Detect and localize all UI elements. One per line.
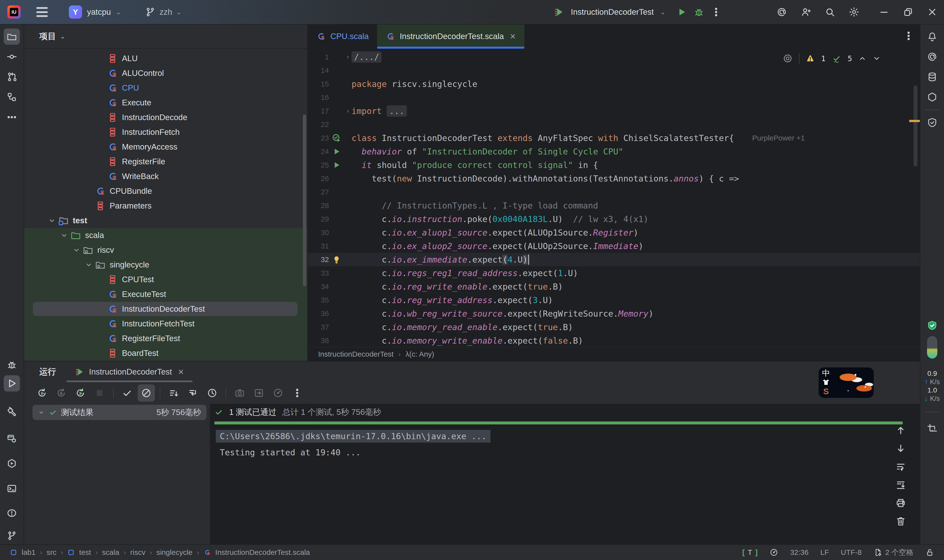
tool-stripe-ai-assistant[interactable] bbox=[924, 49, 940, 65]
tool-stripe-profiler[interactable] bbox=[4, 455, 20, 472]
status-shield-badge[interactable] bbox=[924, 317, 940, 334]
run-configuration[interactable]: InstructionDecoderTest bbox=[571, 8, 654, 17]
line-separator[interactable]: LF bbox=[821, 548, 829, 557]
warning-stripe-mark[interactable] bbox=[909, 120, 920, 122]
tool-stripe-terminal[interactable] bbox=[4, 480, 20, 497]
tool-stripe-notifications[interactable] bbox=[924, 29, 940, 45]
rerun-auto-button[interactable] bbox=[72, 385, 89, 402]
code-line-14[interactable]: 14 bbox=[308, 64, 920, 77]
console-line[interactable]: C:\Users\26586\.jdks\temurin-17.0.16\bin… bbox=[216, 430, 491, 443]
expand-collapse-button[interactable] bbox=[184, 385, 202, 402]
project-scrollbar[interactable] bbox=[303, 114, 306, 286]
tool-stripe-project-folder[interactable] bbox=[4, 29, 20, 45]
tool-stripe-run[interactable] bbox=[4, 375, 20, 391]
prev-chevron-icon[interactable] bbox=[858, 54, 866, 62]
rerun-button[interactable] bbox=[34, 385, 51, 402]
file-encoding[interactable]: UTF-8 bbox=[841, 548, 862, 557]
ime-mode[interactable]: 中 bbox=[822, 369, 830, 377]
tool-stripe-more-tools[interactable] bbox=[4, 109, 20, 125]
tree-item-MemoryAccess[interactable]: MemoryAccess bbox=[24, 140, 307, 154]
code-line-29[interactable]: 29 c.io.instruction.poke(0x0040A183L.U) … bbox=[308, 212, 920, 226]
code-line-26[interactable]: 26 test(new InstructionDecode).withAnnot… bbox=[308, 172, 920, 185]
status-crumb-singlecycle[interactable]: singlecycle bbox=[156, 548, 193, 557]
code-author-annotation[interactable]: PurplePower +1 bbox=[750, 134, 805, 142]
main-menu-button[interactable] bbox=[36, 7, 48, 17]
project-widget[interactable]: Y yatcpu ⌄ bbox=[69, 5, 121, 18]
settings-button[interactable] bbox=[848, 7, 859, 17]
code-line-28[interactable]: 28 // InstructionTypes.L , I-type load c… bbox=[308, 199, 920, 212]
memory-pill-widget[interactable] bbox=[927, 336, 937, 358]
caret-position[interactable]: 32:36 bbox=[790, 548, 808, 557]
tree-item-riscv[interactable]: riscv bbox=[24, 243, 307, 257]
debug-button[interactable] bbox=[694, 7, 704, 17]
import-results-button[interactable] bbox=[250, 385, 267, 402]
tree-item-RegisterFile[interactable]: RegisterFile bbox=[24, 154, 307, 169]
tree-item-InstructionDecode[interactable]: InstructionDecode bbox=[24, 110, 307, 125]
code-line-23[interactable]: 23 class InstructionDecoderTest extends … bbox=[308, 131, 920, 145]
scroll-to-end-button[interactable] bbox=[895, 480, 906, 490]
clear-all-button[interactable] bbox=[895, 516, 906, 526]
code-line-34[interactable]: 34 c.io.reg_write_enable.expect(true.B) bbox=[308, 280, 920, 293]
vcs-branch-widget[interactable]: zzh ⌄ bbox=[145, 7, 181, 17]
stop-button[interactable] bbox=[91, 385, 108, 402]
close-tab-icon[interactable]: ✕ bbox=[510, 32, 516, 41]
status-crumb-riscv[interactable]: riscv bbox=[130, 548, 145, 557]
tree-item-singlecycle[interactable]: singlecycle bbox=[24, 257, 307, 272]
show-passed-button[interactable] bbox=[119, 385, 136, 402]
tree-item-InstructionFetch[interactable]: InstructionFetch bbox=[24, 125, 307, 140]
code-line-25[interactable]: 25 it should "produce correct control si… bbox=[308, 158, 920, 172]
indent-widget[interactable]: 2 个空格 bbox=[873, 548, 913, 557]
sort-by-duration-button[interactable] bbox=[204, 385, 221, 402]
tab-instructiondecodertest-scala[interactable]: InstructionDecoderTest.scala ✕ bbox=[377, 25, 524, 48]
reader-mode-icon[interactable] bbox=[783, 54, 793, 63]
gauge-icon[interactable] bbox=[770, 548, 778, 557]
tool-stripe-build[interactable] bbox=[4, 403, 20, 420]
search-everywhere-button[interactable] bbox=[825, 7, 835, 17]
run-console[interactable]: 1 测试已通过 总计 1 个测试, 5秒 756毫秒 C:\Users\2658… bbox=[210, 404, 920, 544]
run-test-icon[interactable] bbox=[332, 161, 341, 169]
status-crumb-scala[interactable]: scala bbox=[102, 548, 119, 557]
ime-logo[interactable]: S bbox=[823, 387, 829, 395]
show-ignored-button[interactable] bbox=[138, 385, 155, 402]
tree-item-Execute[interactable]: Execute bbox=[24, 95, 307, 110]
code-line-32[interactable]: 32 c.io.ex_immediate.expect(4.U) bbox=[308, 253, 920, 266]
code-line-31[interactable]: 31 c.io.ex_aluop2_source.expect(ALUOp2So… bbox=[308, 239, 920, 253]
tool-stripe-dependencies[interactable] bbox=[924, 89, 940, 105]
code-line-16[interactable]: 16 bbox=[308, 91, 920, 104]
close-session-icon[interactable]: ✕ bbox=[178, 368, 184, 376]
tool-stripe-debug[interactable] bbox=[4, 357, 20, 373]
tree-item-InstructionFetchTest[interactable]: InstructionFetchTest bbox=[24, 316, 307, 331]
tree-item-Parameters[interactable]: Parameters bbox=[24, 198, 307, 213]
ime-widget[interactable]: 中 S bbox=[819, 368, 874, 398]
editor-tabs-more-icon[interactable] bbox=[903, 31, 914, 41]
tree-item-BoardTest[interactable]: BoardTest bbox=[24, 346, 307, 360]
tool-stripe-pull-requests[interactable] bbox=[4, 69, 20, 85]
breadcrumb[interactable]: λ(c: Any) bbox=[406, 350, 434, 358]
code-line-15[interactable]: 15 package riscv.singlecycle bbox=[308, 77, 920, 91]
tree-item-CPUBundle[interactable]: CPUBundle bbox=[24, 184, 307, 198]
tree-item-WriteBack[interactable]: WriteBack bbox=[24, 169, 307, 184]
tree-item-CPUTest[interactable]: CPUTest bbox=[24, 272, 307, 287]
tree-item-RegisterFileTest[interactable]: RegisterFileTest bbox=[24, 331, 307, 346]
editor-scrollbar[interactable] bbox=[913, 86, 918, 166]
code-line-36[interactable]: 36 c.io.wb_reg_write_source.expect(RegWr… bbox=[308, 307, 920, 320]
lock-icon[interactable] bbox=[925, 548, 934, 557]
print-button[interactable] bbox=[895, 498, 906, 508]
more-options-button[interactable] bbox=[288, 385, 306, 402]
tool-stripe-services[interactable] bbox=[4, 430, 20, 446]
rerun-failed-button[interactable] bbox=[52, 385, 70, 402]
tree-item-scala[interactable]: scala bbox=[24, 228, 307, 243]
tool-stripe-problems[interactable] bbox=[4, 505, 20, 521]
tree-item-ALUControl[interactable]: ALUControl bbox=[24, 66, 307, 80]
soft-wrap-button[interactable] bbox=[895, 461, 906, 472]
translator-widget[interactable]: [T] bbox=[742, 548, 758, 557]
breadcrumb[interactable]: InstructionDecoderTest bbox=[318, 350, 393, 358]
code-line-33[interactable]: 33 c.io.regs_reg1_read_address.expect(1.… bbox=[308, 266, 920, 280]
snapshot-button[interactable] bbox=[231, 385, 248, 402]
console-line[interactable]: Testing started at 19:40 ... bbox=[220, 448, 920, 457]
ime-skin-icon[interactable] bbox=[822, 378, 830, 386]
run-class-icon[interactable] bbox=[332, 134, 341, 143]
code-line-37[interactable]: 37 c.io.memory_read_enable.expect(true.B… bbox=[308, 320, 920, 334]
scroll-down-button[interactable] bbox=[895, 443, 906, 454]
tool-stripe-coverage[interactable] bbox=[924, 114, 940, 131]
